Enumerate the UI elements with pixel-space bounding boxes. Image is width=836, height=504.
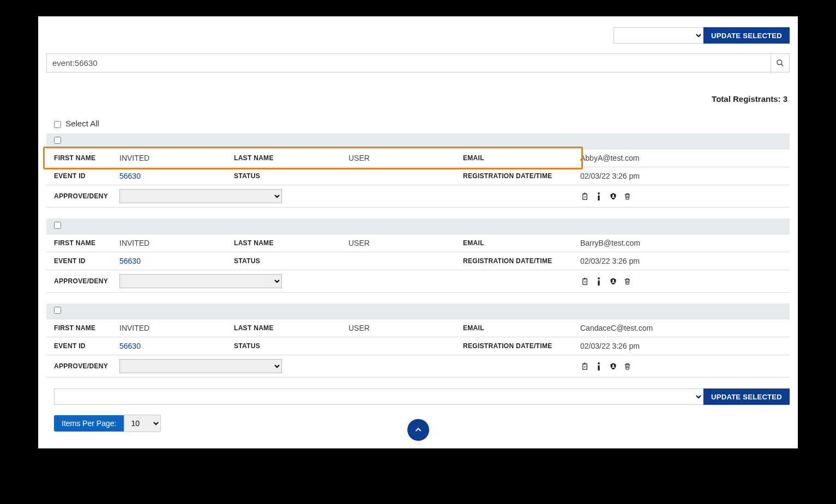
approve-deny-select[interactable]: [119, 189, 282, 203]
reg-datetime-label: REGISTRATION DATE/TIME: [463, 257, 580, 265]
registrants-list: FIRST NAMEINVITEDLAST NAMEUSEREMAILAbbyA…: [46, 133, 790, 378]
last-name-value: USER: [348, 154, 463, 162]
info-icon[interactable]: [594, 192, 603, 201]
trash-icon[interactable]: [623, 277, 631, 286]
info-icon[interactable]: [594, 362, 603, 371]
card-row-name: FIRST NAMEINVITEDLAST NAMEUSEREMAILAbbyA…: [46, 149, 790, 167]
registrant-checkbox[interactable]: [54, 222, 61, 229]
approve-deny-select[interactable]: [119, 359, 282, 373]
total-registrants-label: Total Registrants: 3: [46, 94, 790, 104]
card-row-approve: APPROVE/DENY: [46, 270, 790, 293]
first-name-label: FIRST NAME: [54, 239, 119, 247]
registrant-card: FIRST NAMEINVITEDLAST NAMEUSEREMAILCanda…: [46, 303, 790, 378]
user-badge-icon[interactable]: [609, 277, 617, 286]
trash-icon[interactable]: [623, 362, 631, 371]
svg-point-7: [598, 277, 600, 280]
event-id-link[interactable]: 56630: [119, 172, 234, 180]
first-name-label: FIRST NAME: [54, 154, 119, 162]
reg-datetime-value: 02/03/22 3:26 pm: [580, 342, 782, 350]
approve-deny-label: APPROVE/DENY: [54, 277, 119, 285]
update-selected-button-top[interactable]: UPDATE SELECTED: [703, 27, 790, 44]
card-row-approve: APPROVE/DENY: [46, 355, 790, 378]
info-icon[interactable]: [594, 277, 603, 286]
clipboard-check-icon[interactable]: [580, 362, 589, 371]
search-icon: [776, 59, 785, 68]
svg-rect-3: [598, 195, 599, 200]
svg-point-9: [612, 280, 614, 281]
bottom-action-row: UPDATE SELECTED: [46, 388, 790, 405]
search-button[interactable]: [771, 54, 789, 72]
action-icons: [580, 192, 782, 201]
svg-point-12: [598, 362, 600, 365]
search-row: [46, 53, 790, 72]
registrant-card: FIRST NAMEINVITEDLAST NAMEUSEREMAILBarry…: [46, 218, 790, 293]
top-action-dropdown[interactable]: [614, 27, 703, 44]
status-label: STATUS: [234, 342, 348, 350]
event-id-label: EVENT ID: [54, 172, 119, 180]
card-row-approve: APPROVE/DENY: [46, 185, 790, 208]
reg-datetime-value: 02/03/22 3:26 pm: [580, 172, 782, 180]
scroll-to-top-button[interactable]: [407, 419, 429, 441]
registrant-checkbox[interactable]: [54, 137, 61, 144]
svg-point-4: [612, 195, 614, 196]
approve-deny-label: APPROVE/DENY: [54, 362, 119, 370]
email-value: CandaceC@test.com: [580, 324, 782, 332]
select-all-label: Select All: [65, 119, 99, 128]
select-all-checkbox[interactable]: [54, 121, 61, 128]
event-id-label: EVENT ID: [54, 342, 119, 350]
reg-datetime-label: REGISTRATION DATE/TIME: [463, 172, 580, 180]
status-label: STATUS: [234, 172, 348, 180]
approve-deny-label: APPROVE/DENY: [54, 192, 119, 200]
svg-point-14: [612, 365, 614, 366]
action-icons: [580, 277, 782, 286]
registrant-checkbox[interactable]: [54, 307, 61, 314]
bottom-action-dropdown[interactable]: [54, 388, 703, 405]
clipboard-check-icon[interactable]: [580, 277, 589, 286]
email-value: AbbyA@test.com: [580, 154, 782, 162]
items-per-page-select[interactable]: 10: [124, 415, 161, 432]
first-name-value: INVITED: [119, 239, 234, 247]
event-id-link[interactable]: 56630: [119, 342, 234, 350]
email-label: EMAIL: [463, 154, 580, 162]
reg-datetime-label: REGISTRATION DATE/TIME: [463, 342, 580, 350]
svg-point-2: [598, 192, 600, 195]
last-name-value: USER: [348, 239, 463, 247]
top-action-row: UPDATE SELECTED: [46, 27, 790, 44]
search-input[interactable]: [47, 54, 771, 72]
user-badge-icon[interactable]: [609, 192, 617, 201]
email-label: EMAIL: [463, 239, 580, 247]
card-row-name: FIRST NAMEINVITEDLAST NAMEUSEREMAILCanda…: [46, 319, 790, 337]
approve-deny-select[interactable]: [119, 274, 282, 288]
card-row-name: FIRST NAMEINVITEDLAST NAMEUSEREMAILBarry…: [46, 234, 790, 252]
card-row-event: EVENT ID56630STATUSREGISTRATION DATE/TIM…: [46, 337, 790, 355]
event-id-link[interactable]: 56630: [119, 257, 234, 265]
email-label: EMAIL: [463, 324, 580, 332]
svg-line-1: [781, 64, 783, 66]
registrant-card: FIRST NAMEINVITEDLAST NAMEUSEREMAILAbbyA…: [46, 133, 790, 208]
card-checkbox-row: [46, 133, 790, 149]
event-id-label: EVENT ID: [54, 257, 119, 265]
card-checkbox-row: [46, 218, 790, 234]
last-name-label: LAST NAME: [234, 324, 348, 332]
chevron-up-icon: [414, 426, 423, 434]
svg-rect-13: [598, 365, 599, 370]
action-icons: [580, 362, 782, 371]
user-badge-icon[interactable]: [609, 362, 617, 371]
items-per-page-label: Items Per Page:: [54, 415, 124, 432]
clipboard-check-icon[interactable]: [580, 192, 589, 201]
first-name-value: INVITED: [119, 324, 234, 332]
card-checkbox-row: [46, 303, 790, 319]
trash-icon[interactable]: [623, 192, 631, 201]
card-row-event: EVENT ID56630STATUSREGISTRATION DATE/TIM…: [46, 252, 790, 270]
update-selected-button-bottom[interactable]: UPDATE SELECTED: [703, 388, 790, 405]
page-container: UPDATE SELECTED Total Registrants: 3 Sel…: [38, 16, 798, 448]
svg-point-0: [777, 60, 782, 65]
last-name-value: USER: [348, 324, 463, 332]
last-name-label: LAST NAME: [234, 239, 348, 247]
first-name-label: FIRST NAME: [54, 324, 119, 332]
email-value: BarryB@test.com: [580, 239, 782, 247]
last-name-label: LAST NAME: [234, 154, 348, 162]
reg-datetime-value: 02/03/22 3:26 pm: [580, 257, 782, 265]
first-name-value: INVITED: [119, 154, 234, 162]
status-label: STATUS: [234, 257, 348, 265]
